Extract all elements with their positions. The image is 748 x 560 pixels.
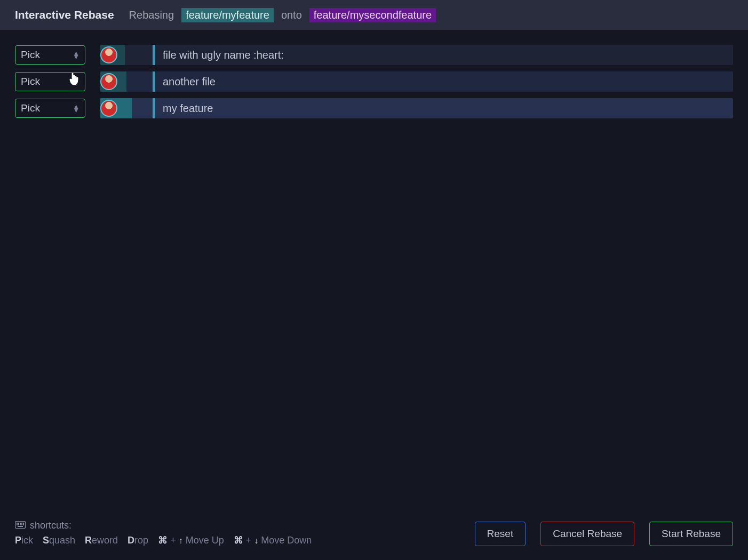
commit-accent-bar — [153, 98, 155, 118]
commit-list: Pick ▲▼ file with ugly name :heart: Pick… — [0, 30, 748, 118]
shortcut-reword: Reword — [85, 535, 118, 546]
commit-accent-bar — [153, 45, 155, 65]
commit-message: another file — [163, 76, 216, 88]
select-arrows-icon: ▲▼ — [73, 51, 79, 59]
commit-action-select[interactable]: Pick ▲▼ — [15, 99, 85, 118]
commit-action-select[interactable]: Pick ▲▼ — [15, 72, 85, 91]
select-arrows-icon: ▲▼ — [73, 78, 79, 85]
svg-rect-9 — [21, 524, 22, 525]
avatar-graph — [100, 45, 145, 65]
rebasing-label: Rebasing — [129, 9, 174, 21]
shortcuts-label: shortcuts: — [30, 520, 71, 531]
commit-action-value: Pick — [21, 76, 40, 87]
svg-rect-4 — [21, 523, 22, 524]
shortcut-squash: Squash — [43, 535, 75, 546]
footer: shortcuts: Pick Squash Reword Drop ⌘ + ↑… — [0, 509, 748, 560]
shortcut-pick: Pick — [15, 535, 33, 546]
avatar-graph — [100, 71, 145, 92]
start-rebase-button[interactable]: Start Rebase — [649, 522, 733, 546]
commit-item[interactable]: file with ugly name :heart: — [100, 45, 733, 65]
shortcut-drop: Drop — [128, 535, 148, 546]
header-bar: Interactive Rebase Rebasing feature/myfe… — [0, 0, 748, 30]
commit-row: Pick ▲▼ my feature — [15, 98, 733, 118]
commit-action-select[interactable]: Pick ▲▼ — [15, 45, 85, 65]
reset-button[interactable]: Reset — [475, 522, 526, 546]
author-avatar — [100, 100, 117, 117]
footer-buttons: Reset Cancel Rebase Start Rebase — [475, 522, 733, 546]
avatar-graph — [100, 98, 145, 118]
commit-message: my feature — [163, 102, 213, 115]
author-avatar — [100, 46, 117, 63]
svg-rect-1 — [17, 523, 18, 524]
svg-rect-7 — [18, 524, 19, 525]
commit-item[interactable]: my feature — [100, 98, 733, 118]
svg-rect-10 — [23, 524, 24, 525]
commit-message: file with ugly name :heart: — [163, 49, 284, 61]
svg-rect-8 — [20, 524, 21, 525]
arrow-down-icon: ↓ — [254, 536, 258, 546]
commit-row: Pick ▲▼ another file — [15, 71, 733, 92]
shortcut-move-up: ⌘ + ↑ Move Up — [158, 534, 224, 546]
source-branch-chip: feature/myfeature — [181, 8, 274, 22]
svg-rect-3 — [20, 523, 21, 524]
shortcuts-panel: shortcuts: Pick Squash Reword Drop ⌘ + ↑… — [15, 520, 312, 546]
arrow-up-icon: ↑ — [179, 536, 183, 546]
page-title: Interactive Rebase — [15, 9, 114, 21]
author-avatar — [100, 73, 117, 90]
select-arrows-icon: ▲▼ — [73, 105, 79, 112]
commit-action-value: Pick — [21, 102, 40, 114]
onto-label: onto — [281, 9, 302, 21]
cancel-rebase-button[interactable]: Cancel Rebase — [540, 522, 634, 546]
shortcut-move-down: ⌘ + ↓ Move Down — [234, 534, 312, 546]
svg-rect-2 — [18, 523, 19, 524]
commit-action-value: Pick — [21, 49, 40, 61]
commit-item[interactable]: another file — [100, 71, 733, 92]
commit-row: Pick ▲▼ file with ugly name :heart: — [15, 45, 733, 65]
svg-rect-5 — [23, 523, 24, 524]
svg-rect-11 — [18, 526, 23, 527]
keyboard-icon — [15, 521, 26, 531]
target-branch-chip: feature/mysecondfeature — [309, 8, 436, 22]
svg-rect-6 — [17, 524, 18, 525]
commit-accent-bar — [153, 71, 155, 92]
